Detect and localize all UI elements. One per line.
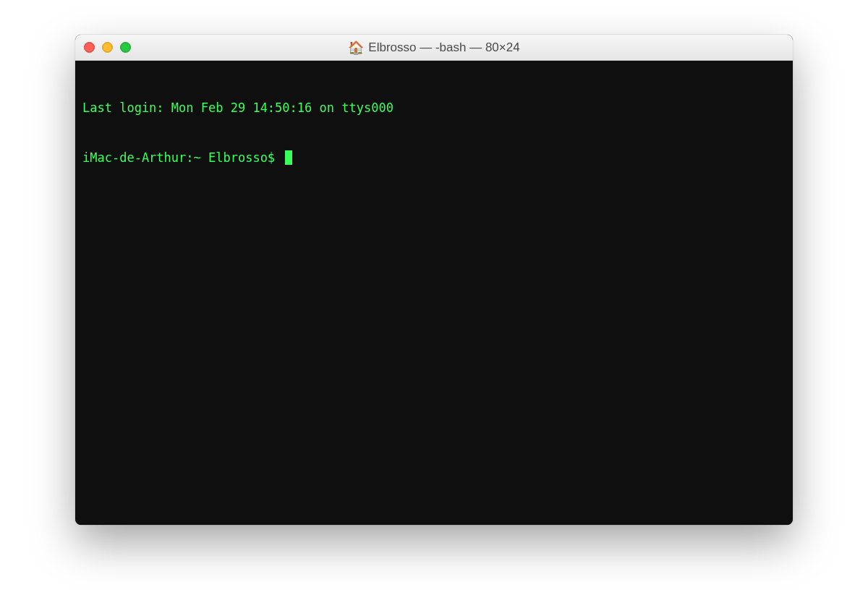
cursor-icon (285, 150, 292, 165)
minimize-button[interactable] (102, 42, 113, 53)
prompt-line: iMac-de-Arthur:~ Elbrosso$ (82, 150, 786, 166)
close-button[interactable] (84, 42, 95, 53)
window-title: 🏠 Elbrosso — -bash — 80×24 (75, 40, 793, 55)
window-title-text: Elbrosso — -bash — 80×24 (368, 40, 519, 55)
traffic-lights (84, 42, 131, 53)
last-login-line: Last login: Mon Feb 29 14:50:16 on ttys0… (82, 100, 786, 116)
terminal-window: 🏠 Elbrosso — -bash — 80×24 Last login: M… (75, 35, 793, 525)
prompt-text: iMac-de-Arthur:~ Elbrosso$ (82, 150, 282, 166)
title-bar[interactable]: 🏠 Elbrosso — -bash — 80×24 (75, 35, 793, 61)
maximize-button[interactable] (120, 42, 131, 53)
terminal-body[interactable]: Last login: Mon Feb 29 14:50:16 on ttys0… (75, 61, 793, 525)
home-icon: 🏠 (348, 41, 364, 54)
